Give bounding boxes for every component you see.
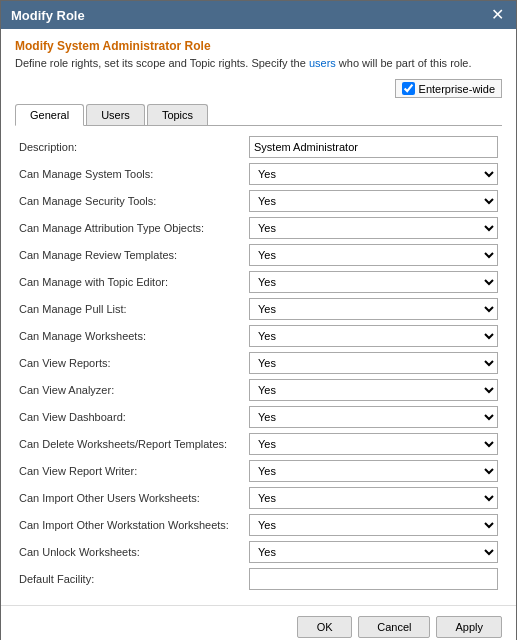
label-view-analyzer: Can View Analyzer: xyxy=(19,384,249,396)
select-manage-review-templates[interactable]: YesNo xyxy=(249,244,498,266)
form-row-manage-security-tools: Can Manage Security Tools:YesNo xyxy=(15,190,502,212)
form-row-manage-topic-editor: Can Manage with Topic Editor:YesNo xyxy=(15,271,502,293)
enterprise-wide-label[interactable]: Enterprise-wide xyxy=(395,79,502,98)
input-default-facility[interactable] xyxy=(249,568,498,590)
dialog-subtitle: Modify System Administrator Role xyxy=(15,39,502,53)
select-view-analyzer[interactable]: YesNo xyxy=(249,379,498,401)
label-description: Description: xyxy=(19,141,249,153)
label-default-facility: Default Facility: xyxy=(19,573,249,585)
dialog-body: Modify System Administrator Role Define … xyxy=(1,29,516,605)
apply-button[interactable]: Apply xyxy=(436,616,502,638)
label-view-reports: Can View Reports: xyxy=(19,357,249,369)
label-manage-topic-editor: Can Manage with Topic Editor: xyxy=(19,276,249,288)
select-delete-worksheets-report[interactable]: YesNo xyxy=(249,433,498,455)
form-row-view-reports: Can View Reports:YesNo xyxy=(15,352,502,374)
select-manage-pull-list[interactable]: YesNo xyxy=(249,298,498,320)
label-manage-pull-list: Can Manage Pull List: xyxy=(19,303,249,315)
form-row-view-analyzer: Can View Analyzer:YesNo xyxy=(15,379,502,401)
form-row-description: Description: xyxy=(15,136,502,158)
select-import-other-users[interactable]: YesNo xyxy=(249,487,498,509)
label-manage-review-templates: Can Manage Review Templates: xyxy=(19,249,249,261)
label-import-other-workstation: Can Import Other Workstation Worksheets: xyxy=(19,519,249,531)
input-description[interactable] xyxy=(249,136,498,158)
enterprise-wide-checkbox[interactable] xyxy=(402,82,415,95)
form-row-manage-attribution-type: Can Manage Attribution Type Objects:YesN… xyxy=(15,217,502,239)
label-import-other-users: Can Import Other Users Worksheets: xyxy=(19,492,249,504)
ok-button[interactable]: OK xyxy=(297,616,352,638)
form-row-manage-review-templates: Can Manage Review Templates:YesNo xyxy=(15,244,502,266)
label-manage-attribution-type: Can Manage Attribution Type Objects: xyxy=(19,222,249,234)
modify-role-dialog: Modify Role ✕ Modify System Administrato… xyxy=(0,0,517,640)
label-delete-worksheets-report: Can Delete Worksheets/Report Templates: xyxy=(19,438,249,450)
select-manage-topic-editor[interactable]: YesNo xyxy=(249,271,498,293)
tab-users[interactable]: Users xyxy=(86,104,145,125)
dialog-description: Define role rights, set its scope and To… xyxy=(15,57,502,69)
form-row-view-dashboard: Can View Dashboard:YesNo xyxy=(15,406,502,428)
select-view-reports[interactable]: YesNo xyxy=(249,352,498,374)
tab-general[interactable]: General xyxy=(15,104,84,126)
form-row-import-other-workstation: Can Import Other Workstation Worksheets:… xyxy=(15,514,502,536)
select-view-dashboard[interactable]: YesNo xyxy=(249,406,498,428)
form-row-delete-worksheets-report: Can Delete Worksheets/Report Templates:Y… xyxy=(15,433,502,455)
form-row-import-other-users: Can Import Other Users Worksheets:YesNo xyxy=(15,487,502,509)
label-unlock-worksheets: Can Unlock Worksheets: xyxy=(19,546,249,558)
enterprise-wide-text: Enterprise-wide xyxy=(419,83,495,95)
select-manage-attribution-type[interactable]: YesNo xyxy=(249,217,498,239)
label-view-report-writer: Can View Report Writer: xyxy=(19,465,249,477)
form-row-default-facility: Default Facility: xyxy=(15,568,502,590)
close-button[interactable]: ✕ xyxy=(489,7,506,23)
select-manage-system-tools[interactable]: YesNo xyxy=(249,163,498,185)
select-manage-worksheets[interactable]: YesNo xyxy=(249,325,498,347)
form-row-unlock-worksheets: Can Unlock Worksheets:YesNo xyxy=(15,541,502,563)
tabs-bar: General Users Topics xyxy=(15,104,502,126)
select-view-report-writer[interactable]: YesNo xyxy=(249,460,498,482)
label-manage-security-tools: Can Manage Security Tools: xyxy=(19,195,249,207)
label-view-dashboard: Can View Dashboard: xyxy=(19,411,249,423)
form-row-manage-pull-list: Can Manage Pull List:YesNo xyxy=(15,298,502,320)
cancel-button[interactable]: Cancel xyxy=(358,616,430,638)
form-row-view-report-writer: Can View Report Writer:YesNo xyxy=(15,460,502,482)
form-row-manage-worksheets: Can Manage Worksheets:YesNo xyxy=(15,325,502,347)
title-bar: Modify Role ✕ xyxy=(1,1,516,29)
select-unlock-worksheets[interactable]: YesNo xyxy=(249,541,498,563)
label-manage-worksheets: Can Manage Worksheets: xyxy=(19,330,249,342)
form-row-manage-system-tools: Can Manage System Tools:YesNo xyxy=(15,163,502,185)
tab-topics[interactable]: Topics xyxy=(147,104,208,125)
enterprise-row: Enterprise-wide xyxy=(15,79,502,98)
users-link[interactable]: users xyxy=(309,57,336,69)
label-manage-system-tools: Can Manage System Tools: xyxy=(19,168,249,180)
select-manage-security-tools[interactable]: YesNo xyxy=(249,190,498,212)
dialog-title: Modify Role xyxy=(11,8,85,23)
form-area: Description:Can Manage System Tools:YesN… xyxy=(15,136,502,595)
select-import-other-workstation[interactable]: YesNo xyxy=(249,514,498,536)
dialog-footer: OK Cancel Apply xyxy=(1,605,516,640)
